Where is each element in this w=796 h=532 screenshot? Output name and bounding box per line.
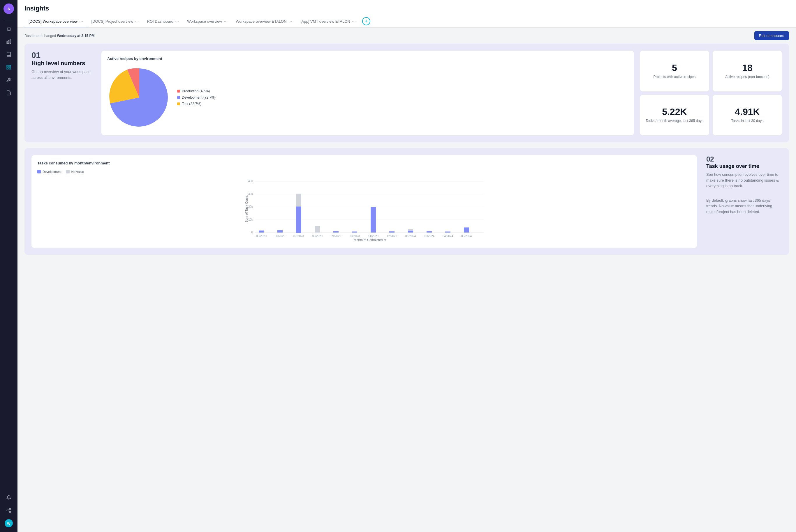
page-title: Insights <box>24 5 49 12</box>
edit-dashboard-button[interactable]: Edit dashboard <box>754 31 789 40</box>
avatar[interactable]: A <box>3 3 14 14</box>
svg-rect-44 <box>408 229 413 230</box>
content-area: Dashboard changed Wednesday at 2:15 PM E… <box>17 27 796 532</box>
legend-noval-bar: No value <box>66 170 84 173</box>
svg-point-10 <box>7 510 8 511</box>
svg-text:08/2023: 08/2023 <box>312 234 323 238</box>
svg-text:0: 0 <box>251 231 253 234</box>
section-2-info: 02 Task usage over time See how consumpt… <box>704 155 782 248</box>
svg-rect-49 <box>464 227 469 232</box>
bar-chart-legend: Development No value <box>37 170 691 173</box>
tab-workspace-etalon[interactable]: Workspace overview ETALON ··· <box>232 16 296 27</box>
legend-development: Development (72.7%) <box>177 95 216 99</box>
legend-dot-test <box>177 102 180 106</box>
chart-bar-icon[interactable] <box>3 36 14 47</box>
svg-text:04/2024: 04/2024 <box>442 234 453 238</box>
tab-docs-workspace[interactable]: [DOCS] Workspace overview ··· <box>24 16 87 27</box>
section-2-desc2: By default, graphs show last 365 days tr… <box>706 197 782 215</box>
book-icon[interactable] <box>3 49 14 60</box>
tab-dots-1[interactable]: ··· <box>135 19 139 24</box>
tab-roi[interactable]: ROI Dashboard ··· <box>143 16 183 27</box>
pie-chart-svg <box>107 65 171 130</box>
svg-text:40k: 40k <box>248 179 253 183</box>
svg-rect-46 <box>427 231 432 231</box>
svg-rect-43 <box>408 230 413 232</box>
svg-rect-1 <box>8 40 9 44</box>
stat-value-recipes: 18 <box>742 62 753 73</box>
main-content: Insights [DOCS] Workspace overview ··· [… <box>17 0 796 532</box>
tab-workspace[interactable]: Workspace overview ··· <box>183 16 232 27</box>
svg-rect-28 <box>259 230 264 230</box>
svg-text:09/2023: 09/2023 <box>331 234 342 238</box>
sidebar-bottom: w <box>3 492 14 529</box>
svg-text:05/2023: 05/2023 <box>256 234 267 238</box>
svg-rect-39 <box>370 207 376 232</box>
section-2-layout: Tasks consumed by month/environment Deve… <box>32 155 782 248</box>
tabs-bar: [DOCS] Workspace overview ··· [DOCS] Pro… <box>24 16 789 27</box>
svg-point-9 <box>9 509 11 510</box>
share-icon[interactable] <box>3 505 14 516</box>
brand-logo: w <box>3 518 14 529</box>
section-1-number: 01 <box>32 51 95 60</box>
stat-card-tasks-avg: 5.22K Tasks / month average, last 365 da… <box>640 95 709 136</box>
dashboard-icon[interactable] <box>3 62 14 73</box>
dashboard-changed-time: Wednesday at 2:15 PM <box>57 34 94 38</box>
svg-rect-32 <box>296 194 301 207</box>
stat-value-projects: 5 <box>672 62 677 73</box>
tab-dots-2[interactable]: ··· <box>175 19 179 24</box>
svg-text:02/2024: 02/2024 <box>424 234 435 238</box>
svg-text:05/2024: 05/2024 <box>461 234 472 238</box>
svg-text:07/2023: 07/2023 <box>293 234 304 238</box>
legend-test: Test (22.7%) <box>177 102 216 106</box>
legend-dot-development <box>177 96 180 99</box>
svg-rect-27 <box>259 230 264 232</box>
svg-line-13 <box>8 509 9 510</box>
stats-grid: 5 Projects with active recipes 18 Active… <box>640 51 782 135</box>
svg-rect-37 <box>352 232 357 233</box>
dashboard-meta: Dashboard changed Wednesday at 2:15 PM E… <box>24 27 789 44</box>
bar-chart-card: Tasks consumed by month/environment Deve… <box>32 155 697 248</box>
bar-chart-svg: 40k 30k 20k 10k 0 Sum of Task Count <box>37 177 691 241</box>
svg-text:Sum of Task Count: Sum of Task Count <box>245 195 248 223</box>
tab-dots-4[interactable]: ··· <box>288 19 292 24</box>
svg-rect-0 <box>7 42 7 44</box>
section-1-description: Get an overview of your workspace across… <box>32 69 95 80</box>
svg-rect-29 <box>277 230 283 232</box>
svg-text:w: w <box>7 521 11 526</box>
chart-legend: Production (4.5%) Development (72.7%) Te… <box>177 89 216 106</box>
pie-chart-card: Active recipes by environment <box>102 51 634 135</box>
grid-icon[interactable]: ⊞ <box>3 23 14 34</box>
svg-rect-6 <box>9 68 11 69</box>
legend-dot-dev-bar <box>37 170 41 173</box>
svg-rect-3 <box>7 65 8 66</box>
stat-label-tasks-avg: Tasks / month average, last 365 days <box>646 118 703 124</box>
tab-dots-0[interactable]: ··· <box>79 19 83 24</box>
tab-dots-5[interactable]: ··· <box>352 19 356 24</box>
svg-rect-4 <box>9 65 11 66</box>
tab-docs-project[interactable]: [DOCS] Project overview ··· <box>87 16 143 27</box>
legend-dot-noval-bar <box>66 170 70 173</box>
notification-icon[interactable] <box>3 492 14 503</box>
svg-text:Month of Completed at: Month of Completed at <box>354 238 386 241</box>
add-tab-wrapper: Create new dashboard + <box>360 17 370 26</box>
wrench-icon[interactable] <box>3 75 14 85</box>
tab-dots-3[interactable]: ··· <box>224 19 228 24</box>
svg-text:11/2023: 11/2023 <box>368 234 379 238</box>
tab-vmt-etalon[interactable]: [App] VMT overview ETALON ··· <box>296 16 360 27</box>
svg-rect-34 <box>315 226 320 232</box>
bar-chart-title: Tasks consumed by month/environment <box>37 161 691 165</box>
stat-value-tasks-30: 4.91K <box>735 107 760 117</box>
svg-rect-2 <box>10 40 11 44</box>
svg-text:10k: 10k <box>248 218 253 221</box>
pie-chart-title: Active recipes by environment <box>107 56 628 61</box>
svg-text:30k: 30k <box>248 192 253 195</box>
legend-production: Production (4.5%) <box>177 89 216 93</box>
report-icon[interactable] <box>3 88 14 98</box>
section-1-title: High level numbers <box>32 60 95 66</box>
svg-text:12/2023: 12/2023 <box>387 234 397 238</box>
sidebar-divider <box>4 20 13 20</box>
svg-line-12 <box>8 511 9 512</box>
section-2-number: 02 <box>706 155 782 163</box>
stat-card-projects: 5 Projects with active recipes <box>640 51 709 91</box>
add-tab-button[interactable]: + <box>362 17 370 25</box>
